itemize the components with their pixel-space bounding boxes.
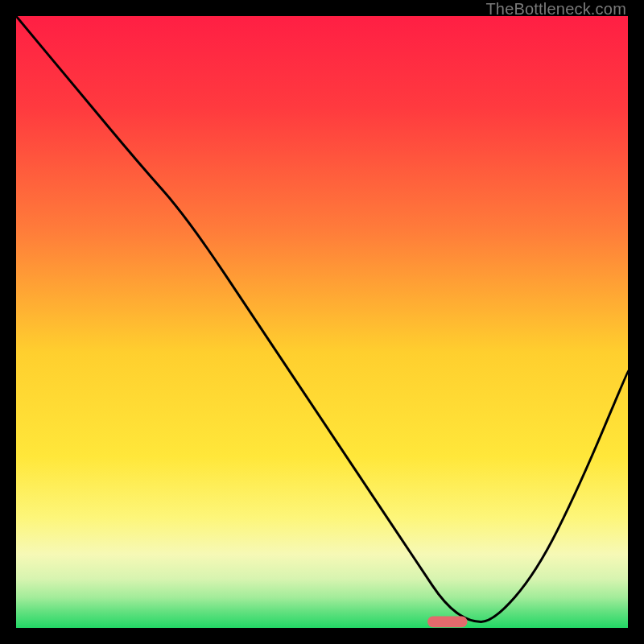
chart-frame	[16, 16, 628, 628]
watermark-text: TheBottleneck.com	[485, 0, 626, 19]
plot-background	[16, 16, 628, 628]
chart-svg	[16, 16, 628, 628]
target-pill	[427, 617, 467, 628]
